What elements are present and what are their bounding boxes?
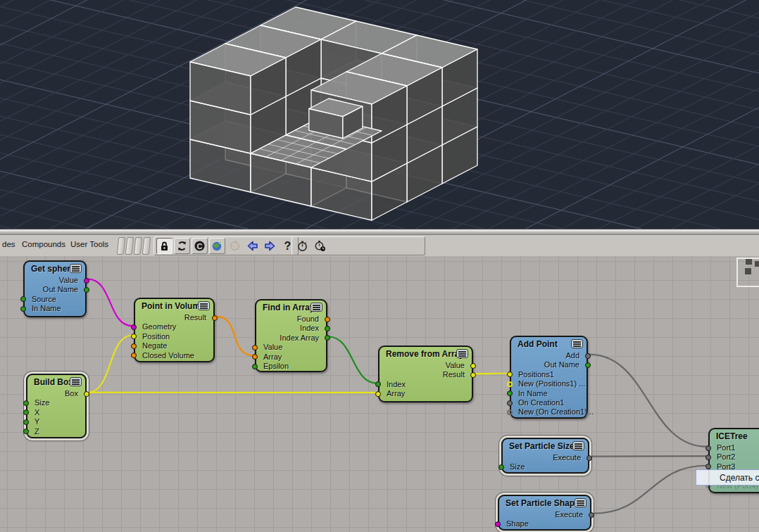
node-title: Get sphere <box>25 262 85 276</box>
node-add-point[interactable]: Add PointAddOut NamePositions1New (Posit… <box>510 336 588 419</box>
port-green[interactable] <box>84 287 89 293</box>
ice-tree-editor-window: { "menus": [ {"id":"menu-nodes","label":… <box>0 0 759 532</box>
port-green[interactable] <box>585 362 591 368</box>
wire[interactable] <box>88 336 132 393</box>
sphere-disabled-icon[interactable] <box>227 238 243 254</box>
node-find-in-array[interactable]: Find in ArrayFoundIndexIndex ArrayValueA… <box>255 299 327 372</box>
port-green[interactable] <box>325 335 330 341</box>
node-title: Remove from Array <box>380 347 472 361</box>
node-get-sphere[interactable]: Get sphereValueOut NameSourceIn Name <box>23 260 87 317</box>
port-label: Value <box>25 276 85 285</box>
node-set-particle-shape[interactable]: Set Particle ShapeExecuteShape <box>498 495 591 531</box>
port-label: Index Array <box>256 334 326 343</box>
back-arrow-icon[interactable] <box>244 238 261 254</box>
port-label: Position <box>135 332 213 341</box>
port-yellow[interactable] <box>507 381 513 387</box>
refresh-icon[interactable] <box>174 238 190 254</box>
port-gray[interactable] <box>705 455 711 460</box>
port-gray[interactable] <box>586 455 592 461</box>
menu-nodes[interactable]: des <box>2 240 15 248</box>
port-magenta[interactable] <box>131 324 137 330</box>
node-menu-icon[interactable] <box>70 264 82 273</box>
port-label: In Name <box>511 389 586 398</box>
port-green[interactable] <box>325 326 330 331</box>
graph-minimap[interactable] <box>736 258 759 287</box>
port-orange[interactable] <box>252 345 258 350</box>
port-label: Geometry <box>135 322 213 331</box>
port-green[interactable] <box>375 381 381 387</box>
port-label: Result <box>135 313 213 322</box>
port-label: Box <box>27 389 85 398</box>
wire[interactable] <box>591 456 707 457</box>
node-point-in-volume[interactable]: Point in VolumeResultGeometryPositionNeg… <box>134 298 215 362</box>
port-label: Negate <box>135 341 213 350</box>
port-yellow[interactable] <box>470 363 476 369</box>
node-remove-from-array[interactable]: Remove from ArrayValueResultIndexArray <box>378 346 473 403</box>
port-label: Index <box>256 324 326 333</box>
port-orange[interactable] <box>131 353 137 358</box>
port-yellow[interactable] <box>507 372 513 377</box>
port-label: Port2 <box>710 452 759 462</box>
splitter-bar[interactable] <box>0 229 759 235</box>
port-green[interactable] <box>23 429 29 434</box>
port-green[interactable] <box>23 410 29 415</box>
port-orange[interactable] <box>325 317 330 322</box>
stopwatch-icon[interactable] <box>294 238 310 254</box>
port-yellow[interactable] <box>84 391 89 397</box>
node-menu-icon[interactable] <box>310 303 322 312</box>
port-magenta[interactable] <box>84 278 89 284</box>
port-green[interactable] <box>20 296 26 302</box>
port-yellow[interactable] <box>131 334 137 339</box>
port-orange[interactable] <box>252 354 258 360</box>
port-gray[interactable] <box>507 410 513 415</box>
toolbar-group-main: C? <box>153 236 299 255</box>
stopwatch-clock-icon[interactable] <box>312 238 328 254</box>
port-yellow[interactable] <box>470 372 476 378</box>
c-cycle-icon[interactable]: C <box>192 238 208 254</box>
port-magenta[interactable] <box>495 521 501 527</box>
port-gray[interactable] <box>507 400 513 406</box>
wire[interactable] <box>593 466 707 514</box>
node-menu-icon[interactable] <box>70 377 82 386</box>
port-label: Z <box>27 427 85 436</box>
menu-compounds[interactable]: Compounds <box>22 240 65 248</box>
minimap-node <box>746 259 752 265</box>
port-label: Array <box>256 353 326 362</box>
node-title: Build Box <box>27 375 85 389</box>
node-menu-icon[interactable] <box>571 339 583 348</box>
node-menu-icon[interactable] <box>575 498 586 507</box>
wire[interactable] <box>216 317 253 356</box>
port-orange[interactable] <box>131 343 137 349</box>
lock-icon[interactable] <box>156 238 172 254</box>
node-menu-icon[interactable] <box>572 441 584 450</box>
port-green[interactable] <box>23 400 29 406</box>
node-menu-icon[interactable] <box>198 301 210 310</box>
forward-arrow-icon[interactable] <box>262 238 278 254</box>
port-label: Shape <box>499 519 590 528</box>
node-set-particle-size[interactable]: Set Particle SizeExecuteSize <box>501 438 589 474</box>
wire[interactable] <box>88 279 132 326</box>
port-yellow[interactable] <box>375 391 381 397</box>
menu-user-tools[interactable]: User Tools <box>70 240 108 248</box>
port-green[interactable] <box>23 419 29 425</box>
node-menu-icon[interactable] <box>456 349 468 358</box>
viewport-3d[interactable] <box>0 0 759 229</box>
help-icon: ? <box>284 241 291 252</box>
port-label: Epsilon <box>256 362 326 371</box>
wire[interactable] <box>589 355 707 447</box>
port-green[interactable] <box>507 391 513 396</box>
node-graph-canvas[interactable]: Get sphereValueOut NameSourceIn NamePoin… <box>0 256 759 532</box>
port-gray[interactable] <box>585 353 591 359</box>
globe-icon[interactable] <box>209 238 225 254</box>
port-orange[interactable] <box>212 315 218 321</box>
port-green[interactable] <box>498 464 504 470</box>
port-gray[interactable] <box>589 512 594 518</box>
port-green[interactable] <box>20 306 26 312</box>
wire[interactable] <box>475 374 508 374</box>
port-gray[interactable] <box>705 445 711 451</box>
toolbar-grip[interactable] <box>118 237 150 255</box>
port-green[interactable] <box>252 364 258 369</box>
toolbar-group-time <box>291 236 425 255</box>
node-build-box[interactable]: Build BoxBoxSizeXYZ <box>26 374 87 438</box>
wire[interactable] <box>329 337 377 384</box>
